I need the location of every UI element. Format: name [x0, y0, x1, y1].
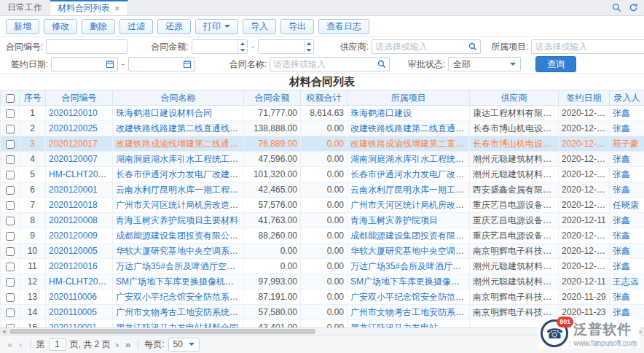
page-number-input[interactable] — [49, 338, 66, 351]
row-checkbox[interactable] — [6, 201, 15, 210]
approval-status-select[interactable]: 全部 — [448, 57, 521, 71]
contract-name-link[interactable]: SM广场地下车库更换摄像机及硬盘项目主要... — [116, 276, 244, 287]
next-page-button[interactable]: › — [114, 340, 120, 349]
table-row[interactable]: 22020120025改建铁路线路建第二线直通线(成都-西安)电...138,8… — [1, 121, 644, 136]
import-button[interactable]: 导入 — [243, 19, 276, 34]
project-link[interactable]: 广州市天河区统计局机房改造项目 — [350, 200, 470, 210]
column-header[interactable]: 供应商 — [470, 90, 559, 106]
project-link[interactable]: 改建铁路线路建第二线直通线(成都... — [350, 123, 470, 133]
edit-button[interactable]: 修改 — [44, 19, 77, 34]
project-link[interactable]: 改建铁路成渝线增建第二直通线(成... — [350, 139, 470, 149]
table-row[interactable]: 12HM-CLHT20201211SM广场地下车库更换摄像机及硬盘项目主要...… — [1, 274, 644, 290]
contract-name-link[interactable]: 广州市文物考古工地安防系统设备保修材料合同 — [116, 307, 244, 317]
project-link[interactable]: 万达广场35#会所及啤酒厅空调安装... — [350, 261, 470, 271]
tab-daily-work[interactable]: 日常工作 — [0, 0, 50, 15]
row-checkbox[interactable] — [6, 125, 15, 133]
entry-person-link[interactable]: 张鑫 — [613, 215, 630, 225]
contract-code-link[interactable]: 2020120016 — [49, 261, 98, 271]
filter-button[interactable]: 过滤 — [119, 19, 153, 34]
contract-name-link[interactable]: 广州市天河区统计局机房改造项目材料合同 — [116, 200, 244, 210]
entry-person-link[interactable]: 王志远 — [613, 276, 639, 287]
table-row[interactable]: 42020120007湖南洞庭湖水库引水工程统工标材料合同47,596.000.… — [1, 152, 644, 167]
project-link[interactable]: 广州市文物考古工地安防系统设备保修 — [350, 307, 470, 317]
row-checkbox[interactable] — [6, 263, 15, 271]
row-checkbox[interactable] — [6, 186, 15, 195]
contract-code-link[interactable]: 2020120018 — [49, 200, 98, 210]
contract-name-link[interactable]: 改建铁路成渝线增建第二线通线(成渝段)工... — [116, 139, 244, 149]
column-header[interactable]: 录入人 — [610, 90, 644, 106]
project-link[interactable]: 长春市伊通河水力发电厂改建工程 — [350, 169, 470, 179]
per-page-select[interactable]: 50 — [168, 338, 200, 352]
table-row[interactable]: 102020120005华软大厦研究基地中央空调系统工程材料合同0.000.00… — [1, 244, 644, 259]
project-link[interactable]: 华软大厦研究基地中央空调系统工程 — [350, 246, 470, 256]
table-row[interactable]: 5HM-CLHT20201206长春市伊通河水力发电厂改建工程材料合同101,3… — [1, 167, 644, 182]
project-link[interactable]: 珠海鹤港口建设 — [350, 108, 412, 118]
entry-person-link[interactable]: 张鑫 — [613, 292, 630, 302]
calendar-icon[interactable] — [183, 60, 192, 69]
contract-code-link[interactable]: 2020110005 — [49, 307, 97, 317]
contract-name-input[interactable] — [270, 59, 377, 69]
calendar-icon[interactable] — [106, 60, 114, 69]
column-header[interactable]: 序号 — [20, 90, 46, 106]
project-link[interactable]: 湖南洞庭湖水库引水工程统工标 — [350, 154, 470, 164]
project-input[interactable] — [532, 42, 644, 52]
contract-code-link[interactable]: HM-CLHT20201206 — [49, 169, 113, 179]
fanpu-watermark[interactable]: ☎ 801 泛普软件 www.fanpusoft.com — [538, 318, 640, 349]
scrollbar-thumb[interactable] — [9, 329, 315, 334]
first-page-button[interactable]: « — [6, 340, 14, 349]
tab-material-contract-list[interactable]: 材料合同列表× — [50, 0, 128, 15]
table-row[interactable]: 92020120009成都能源建设集团投资有限公司超前办公楼标...88,260… — [1, 228, 644, 244]
row-checkbox[interactable] — [6, 217, 15, 225]
row-checkbox[interactable] — [6, 293, 15, 302]
column-header[interactable]: 签约日期 — [559, 90, 610, 106]
column-header[interactable]: 合同编号 — [46, 90, 113, 106]
entry-person-link[interactable]: 张鑫 — [613, 246, 630, 256]
last-page-button[interactable]: » — [124, 340, 132, 349]
project-link[interactable]: 成都能源建设集团投资有限公司超前... — [350, 230, 470, 241]
contract-code-link[interactable]: HM-CLHT20201211 — [49, 276, 113, 287]
supplier-input[interactable] — [372, 42, 468, 52]
entry-person-link[interactable]: 张鑫 — [613, 185, 630, 195]
contract-code-link[interactable]: 2020110001 — [49, 322, 97, 327]
entry-person-link[interactable]: 苑子豪 — [613, 139, 639, 149]
export-button[interactable]: 导出 — [280, 19, 314, 34]
row-checkbox[interactable] — [6, 232, 15, 241]
contract-name-link[interactable]: 广安双小平纪念馆安全防范系统维护保养项目... — [116, 292, 244, 302]
project-link[interactable]: 青海玉树灾养护院项目 — [350, 215, 438, 225]
table-row[interactable]: 72020120018广州市天河区统计局机房改造项目材料合同57,576.000… — [1, 198, 644, 213]
search-icon[interactable] — [468, 42, 477, 51]
contract-code-link[interactable]: 2020120010 — [49, 108, 98, 118]
prev-page-button[interactable]: ‹ — [17, 340, 23, 349]
amount-from-input[interactable] — [192, 40, 237, 53]
spinner-up-icon[interactable] — [238, 40, 247, 47]
project-link[interactable]: 广安双小平纪念馆安全防范系统维护... — [350, 292, 470, 302]
entry-person-link[interactable]: 张鑫 — [613, 154, 630, 164]
row-checkbox[interactable] — [6, 324, 15, 327]
table-row[interactable]: 62020120001云南水利厅昆明水库一期工程材料合同42,465.000.0… — [1, 182, 644, 198]
refresh-icon[interactable] — [629, 3, 638, 12]
contract-name-link[interactable]: 长春市伊通河水力发电厂改建工程材料合同 — [116, 169, 244, 179]
row-checkbox[interactable] — [6, 155, 15, 164]
project-link[interactable]: 云南水利厅昆明水库一期工程施工标段 — [350, 185, 470, 195]
project-link[interactable]: SM广场地下车库更换摄像机及硬盘项目 — [350, 276, 470, 287]
row-checkbox[interactable] — [6, 309, 15, 317]
contract-name-link[interactable]: 云南水利厅昆明水库一期工程材料合同 — [116, 185, 244, 195]
column-header[interactable]: 合同金额 — [244, 90, 301, 106]
scroll-left-icon[interactable]: ◂ — [0, 328, 8, 335]
row-checkbox[interactable] — [6, 140, 15, 149]
select-all-checkbox[interactable] — [6, 94, 15, 103]
spinner-down-icon[interactable] — [238, 47, 247, 53]
contract-code-link[interactable]: 2020120007 — [49, 154, 98, 164]
print-button[interactable]: 打印 — [195, 19, 238, 34]
query-button[interactable]: 查询 — [535, 56, 576, 72]
sign-date-to-input[interactable] — [129, 59, 183, 69]
contract-code-link[interactable]: 2020120009 — [49, 230, 98, 241]
contract-code-link[interactable]: 2020120005 — [49, 246, 98, 256]
contract-code-link[interactable]: 2020110006 — [49, 292, 97, 302]
project-link[interactable]: 黑龙江防汛马力发电站 — [350, 322, 438, 328]
row-checkbox[interactable] — [6, 109, 15, 118]
entry-person-link[interactable]: 任晓康 — [613, 200, 639, 210]
contract-code-link[interactable]: 2020120025 — [49, 123, 98, 133]
column-header[interactable]: 所属项目 — [347, 90, 470, 106]
search-icon[interactable] — [612, 3, 621, 12]
